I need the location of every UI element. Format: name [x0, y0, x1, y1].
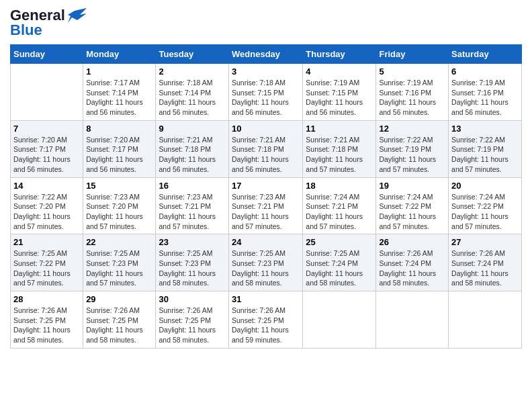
day-number: 20 — [451, 181, 519, 191]
cell-info: Sunrise: 7:21 AMSunset: 7:18 PMDaylight:… — [232, 136, 289, 173]
calendar-cell: 7Sunrise: 7:20 AMSunset: 7:17 PMDaylight… — [11, 120, 83, 177]
calendar-cell: 28Sunrise: 7:26 AMSunset: 7:25 PMDayligh… — [11, 291, 83, 349]
calendar-cell: 9Sunrise: 7:21 AMSunset: 7:18 PMDaylight… — [156, 120, 229, 177]
calendar-cell: 16Sunrise: 7:23 AMSunset: 7:21 PMDayligh… — [156, 177, 229, 234]
cell-info: Sunrise: 7:21 AMSunset: 7:18 PMDaylight:… — [306, 136, 363, 173]
calendar-cell — [303, 291, 376, 349]
page-header: General Blue — [10, 7, 522, 39]
cell-info: Sunrise: 7:18 AMSunset: 7:14 PMDaylight:… — [159, 79, 216, 116]
cell-info: Sunrise: 7:26 AMSunset: 7:24 PMDaylight:… — [451, 249, 508, 287]
day-number: 9 — [159, 124, 226, 134]
header-day-thursday: Thursday — [303, 45, 376, 64]
day-number: 12 — [379, 124, 445, 134]
calendar-cell: 17Sunrise: 7:23 AMSunset: 7:21 PMDayligh… — [229, 177, 303, 234]
cell-info: Sunrise: 7:26 AMSunset: 7:25 PMDaylight:… — [232, 306, 289, 344]
logo-bird-icon — [68, 8, 87, 23]
week-row-2: 7Sunrise: 7:20 AMSunset: 7:17 PMDaylight… — [11, 120, 522, 177]
day-number: 1 — [86, 66, 152, 77]
day-number: 7 — [13, 124, 80, 134]
calendar-cell: 5Sunrise: 7:19 AMSunset: 7:16 PMDaylight… — [376, 64, 449, 121]
calendar-cell: 3Sunrise: 7:18 AMSunset: 7:15 PMDaylight… — [229, 64, 303, 121]
svg-marker-0 — [68, 8, 87, 23]
week-row-4: 21Sunrise: 7:25 AMSunset: 7:22 PMDayligh… — [11, 234, 522, 291]
cell-info: Sunrise: 7:25 AMSunset: 7:23 PMDaylight:… — [86, 249, 143, 287]
logo: General Blue — [10, 7, 87, 39]
day-number: 16 — [159, 181, 226, 191]
day-number: 23 — [159, 237, 226, 247]
calendar-cell: 11Sunrise: 7:21 AMSunset: 7:18 PMDayligh… — [303, 120, 376, 177]
day-number: 8 — [86, 124, 152, 134]
calendar-cell: 8Sunrise: 7:20 AMSunset: 7:17 PMDaylight… — [83, 120, 156, 177]
day-number: 2 — [159, 66, 226, 77]
calendar-cell — [11, 64, 83, 121]
calendar-cell: 31Sunrise: 7:26 AMSunset: 7:25 PMDayligh… — [229, 291, 303, 349]
header-day-tuesday: Tuesday — [156, 45, 229, 64]
cell-info: Sunrise: 7:21 AMSunset: 7:18 PMDaylight:… — [159, 136, 216, 173]
cell-info: Sunrise: 7:18 AMSunset: 7:15 PMDaylight:… — [232, 79, 289, 116]
header-day-saturday: Saturday — [449, 45, 522, 64]
day-number: 10 — [232, 124, 300, 134]
day-number: 3 — [232, 66, 300, 77]
day-number: 21 — [13, 237, 80, 247]
cell-info: Sunrise: 7:23 AMSunset: 7:21 PMDaylight:… — [232, 193, 289, 230]
calendar-table: SundayMondayTuesdayWednesdayThursdayFrid… — [10, 44, 522, 349]
cell-info: Sunrise: 7:17 AMSunset: 7:14 PMDaylight:… — [86, 79, 143, 116]
calendar-cell: 26Sunrise: 7:26 AMSunset: 7:24 PMDayligh… — [376, 234, 449, 291]
calendar-cell — [376, 291, 449, 349]
cell-info: Sunrise: 7:24 AMSunset: 7:21 PMDaylight:… — [306, 193, 363, 230]
day-number: 18 — [306, 181, 373, 191]
day-number: 4 — [306, 66, 373, 77]
calendar-cell: 19Sunrise: 7:24 AMSunset: 7:22 PMDayligh… — [376, 177, 449, 234]
cell-info: Sunrise: 7:23 AMSunset: 7:21 PMDaylight:… — [159, 193, 216, 230]
cell-info: Sunrise: 7:23 AMSunset: 7:20 PMDaylight:… — [86, 193, 143, 230]
cell-info: Sunrise: 7:19 AMSunset: 7:16 PMDaylight:… — [451, 79, 508, 116]
calendar-cell: 25Sunrise: 7:25 AMSunset: 7:24 PMDayligh… — [303, 234, 376, 291]
day-number: 24 — [232, 237, 300, 247]
day-number: 22 — [86, 237, 152, 247]
calendar-cell: 10Sunrise: 7:21 AMSunset: 7:18 PMDayligh… — [229, 120, 303, 177]
cell-info: Sunrise: 7:24 AMSunset: 7:22 PMDaylight:… — [379, 193, 436, 230]
calendar-cell: 29Sunrise: 7:26 AMSunset: 7:25 PMDayligh… — [83, 291, 156, 349]
day-number: 27 — [451, 237, 519, 247]
calendar-cell: 18Sunrise: 7:24 AMSunset: 7:21 PMDayligh… — [303, 177, 376, 234]
calendar-cell: 1Sunrise: 7:17 AMSunset: 7:14 PMDaylight… — [83, 64, 156, 121]
cell-info: Sunrise: 7:20 AMSunset: 7:17 PMDaylight:… — [13, 136, 71, 173]
day-number: 11 — [306, 124, 373, 134]
day-number: 29 — [86, 294, 152, 304]
calendar-cell: 15Sunrise: 7:23 AMSunset: 7:20 PMDayligh… — [83, 177, 156, 234]
cell-info: Sunrise: 7:24 AMSunset: 7:22 PMDaylight:… — [451, 193, 508, 230]
header-day-sunday: Sunday — [11, 45, 83, 64]
cell-info: Sunrise: 7:25 AMSunset: 7:22 PMDaylight:… — [13, 249, 71, 287]
day-number: 6 — [451, 66, 519, 77]
cell-info: Sunrise: 7:25 AMSunset: 7:23 PMDaylight:… — [159, 249, 216, 287]
day-number: 19 — [379, 181, 445, 191]
cell-info: Sunrise: 7:19 AMSunset: 7:16 PMDaylight:… — [379, 79, 436, 116]
calendar-cell: 6Sunrise: 7:19 AMSunset: 7:16 PMDaylight… — [449, 64, 522, 121]
header-row: SundayMondayTuesdayWednesdayThursdayFrid… — [11, 45, 522, 64]
day-number: 31 — [232, 294, 300, 304]
calendar-header: SundayMondayTuesdayWednesdayThursdayFrid… — [11, 45, 522, 64]
week-row-1: 1Sunrise: 7:17 AMSunset: 7:14 PMDaylight… — [11, 64, 522, 121]
cell-info: Sunrise: 7:26 AMSunset: 7:25 PMDaylight:… — [86, 306, 143, 344]
week-row-5: 28Sunrise: 7:26 AMSunset: 7:25 PMDayligh… — [11, 291, 522, 349]
calendar-cell: 4Sunrise: 7:19 AMSunset: 7:15 PMDaylight… — [303, 64, 376, 121]
logo-text-blue: Blue — [10, 21, 42, 39]
cell-info: Sunrise: 7:19 AMSunset: 7:15 PMDaylight:… — [306, 79, 363, 116]
calendar-cell: 12Sunrise: 7:22 AMSunset: 7:19 PMDayligh… — [376, 120, 449, 177]
cell-info: Sunrise: 7:25 AMSunset: 7:24 PMDaylight:… — [306, 249, 363, 287]
cell-info: Sunrise: 7:26 AMSunset: 7:24 PMDaylight:… — [379, 249, 436, 287]
day-number: 13 — [451, 124, 519, 134]
cell-info: Sunrise: 7:22 AMSunset: 7:20 PMDaylight:… — [13, 193, 71, 230]
cell-info: Sunrise: 7:26 AMSunset: 7:25 PMDaylight:… — [13, 306, 71, 344]
header-day-monday: Monday — [83, 45, 156, 64]
calendar-cell: 27Sunrise: 7:26 AMSunset: 7:24 PMDayligh… — [449, 234, 522, 291]
cell-info: Sunrise: 7:22 AMSunset: 7:19 PMDaylight:… — [451, 136, 508, 173]
calendar-cell: 21Sunrise: 7:25 AMSunset: 7:22 PMDayligh… — [11, 234, 83, 291]
cell-info: Sunrise: 7:20 AMSunset: 7:17 PMDaylight:… — [86, 136, 143, 173]
day-number: 26 — [379, 237, 445, 247]
calendar-cell: 2Sunrise: 7:18 AMSunset: 7:14 PMDaylight… — [156, 64, 229, 121]
calendar-cell: 23Sunrise: 7:25 AMSunset: 7:23 PMDayligh… — [156, 234, 229, 291]
cell-info: Sunrise: 7:25 AMSunset: 7:23 PMDaylight:… — [232, 249, 289, 287]
day-number: 5 — [379, 66, 445, 77]
week-row-3: 14Sunrise: 7:22 AMSunset: 7:20 PMDayligh… — [11, 177, 522, 234]
